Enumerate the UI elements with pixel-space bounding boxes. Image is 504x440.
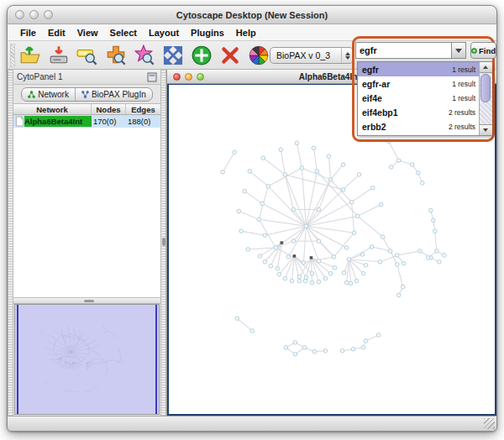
result-count: 2 results [449, 108, 475, 117]
search-result-row[interactable]: egfr-ar1 result [358, 76, 479, 91]
search-dropdown-arrow-icon[interactable] [451, 42, 466, 59]
result-count: 1 result [452, 94, 475, 102]
tab-biopax-plugin[interactable]: BioPAX PlugIn [75, 88, 152, 101]
app-window: Cytoscape Desktop (New Session) FileEdit… [7, 5, 497, 432]
fit-content-icon [162, 45, 184, 66]
result-term: eif4e [362, 93, 452, 103]
scrollbar-track[interactable] [480, 73, 492, 124]
network-table-header: NetworkNodesEdges [13, 103, 160, 115]
zoom-selected-region-button[interactable] [132, 43, 157, 68]
zoom-in-icon [105, 45, 127, 66]
resize-grip-icon[interactable] [484, 418, 495, 429]
scrollbar-thumb[interactable] [480, 74, 491, 102]
zoom-fit-selected-icon [76, 45, 98, 66]
toolbar-drag-handle[interactable] [10, 44, 15, 67]
search-input[interactable] [355, 42, 451, 59]
menu-select[interactable]: Select [104, 24, 143, 41]
biopax-tab-icon [81, 91, 89, 98]
float-panel-icon[interactable] [147, 72, 157, 82]
network-table-area [13, 128, 160, 298]
save-session-icon [48, 45, 70, 66]
zoom-fit-selected-button[interactable] [75, 43, 100, 68]
scroll-up-icon[interactable] [480, 62, 492, 73]
overview-network-thumbnail [18, 307, 143, 411]
status-bar [8, 416, 496, 431]
result-count: 2 results [449, 123, 475, 131]
vizmapper-wheel-button[interactable] [246, 43, 271, 68]
result-count: 1 result [452, 80, 475, 88]
find-button-label: Find [479, 46, 496, 55]
table-row[interactable]: Alpha6Beta4Int 170(0) 188(0) [13, 115, 160, 128]
tab-network[interactable]: Network [22, 88, 75, 101]
result-term: egfr-ar [362, 79, 452, 89]
delete-icon [219, 45, 241, 66]
menu-edit[interactable]: Edit [42, 24, 71, 41]
vizmapper-wheel-icon [248, 45, 270, 66]
find-button[interactable]: Find [470, 42, 496, 59]
add-icon [191, 45, 213, 66]
zoom-selected-region-icon [134, 45, 155, 66]
biopax-version-label: BioPAX v 0_3 [276, 50, 341, 60]
document-icon [15, 116, 24, 127]
result-term: egfr [362, 65, 452, 75]
fit-content-button[interactable] [160, 43, 186, 68]
search-result-row[interactable]: erbb22 results [358, 119, 479, 134]
menu-file[interactable]: File [14, 24, 42, 41]
column-header-edges[interactable]: Edges [126, 104, 160, 114]
edges-count-cell: 188(0) [126, 117, 160, 126]
import-network-button[interactable] [18, 43, 43, 68]
search-combo [355, 42, 466, 59]
cytopanel-title: CytoPanel 1 [17, 72, 147, 81]
menu-bar: FileEditViewSelectLayoutPluginsHelp [8, 24, 496, 41]
delete-button[interactable] [218, 43, 243, 68]
nodes-count-cell: 170(0) [92, 117, 126, 126]
left-dock-strip[interactable] [8, 70, 13, 416]
zoom-in-button[interactable] [103, 43, 129, 68]
search-result-row[interactable]: eif4e1 result [358, 91, 479, 105]
result-term: eif4ebp1 [362, 107, 449, 118]
result-count: 1 result [452, 65, 475, 74]
search-result-row[interactable]: eif4ebp12 results [358, 105, 479, 119]
menu-view[interactable]: View [71, 24, 104, 41]
menu-layout[interactable]: Layout [143, 24, 185, 41]
import-network-icon [19, 45, 41, 66]
network-tab-icon [28, 91, 35, 98]
toolbar-icons [18, 43, 271, 68]
birdseye-overview[interactable] [14, 304, 160, 415]
menu-help[interactable]: Help [230, 24, 262, 41]
menu-plugins[interactable]: Plugins [185, 24, 230, 41]
dropdown-scrollbar[interactable] [479, 62, 491, 135]
network-name-cell: Alpha6Beta4Int [24, 116, 92, 127]
cytopanel-tabbar: NetworkBioPAX PlugIn [13, 85, 160, 103]
panel-divider-strip[interactable] [160, 70, 166, 416]
cytopanel: CytoPanel 1 NetworkBioPAX PlugIn Network… [13, 70, 160, 416]
search-results-list: egfr1 resultegfr-ar1 resulteif4e1 result… [358, 62, 479, 135]
search-results-dropdown: egfr1 resultegfr-ar1 resulteif4e1 result… [357, 61, 492, 136]
cytopanel-header: CytoPanel 1 [13, 70, 160, 85]
column-header-network[interactable]: Network [13, 104, 92, 114]
add-button[interactable] [189, 43, 214, 68]
save-session-button[interactable] [46, 43, 71, 68]
horizontal-splitter[interactable] [13, 298, 160, 304]
find-play-icon [471, 46, 477, 55]
window-title: Cytoscape Desktop (New Session) [8, 6, 496, 24]
biopax-version-select[interactable]: BioPAX v 0_3 [270, 47, 354, 64]
column-header-nodes[interactable]: Nodes [92, 104, 126, 114]
tab-segment-control: NetworkBioPAX PlugIn [21, 87, 153, 102]
popup-stepper-icon [341, 48, 353, 63]
scroll-down-icon[interactable] [480, 124, 492, 135]
search-result-row[interactable]: egfr1 result [358, 62, 479, 76]
view-rect-right-edge [155, 305, 157, 414]
app-titlebar[interactable]: Cytoscape Desktop (New Session) [8, 6, 496, 24]
result-term: erbb2 [362, 122, 449, 132]
